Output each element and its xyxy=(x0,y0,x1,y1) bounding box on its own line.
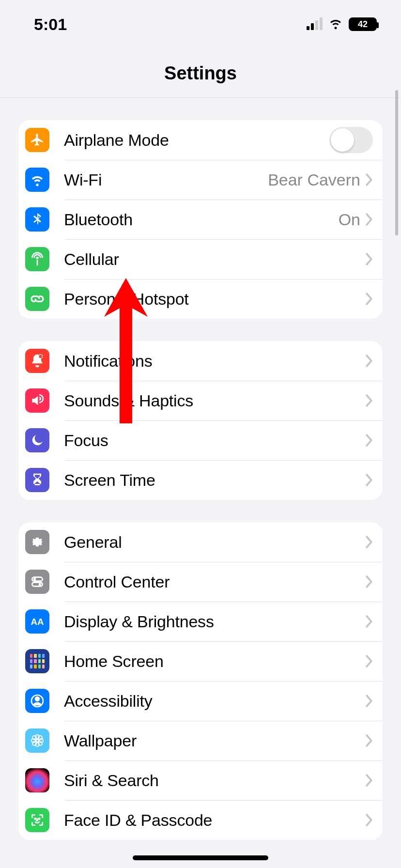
speaker-icon xyxy=(25,388,49,413)
settings-row-general[interactable]: General xyxy=(18,522,383,562)
settings-row-homescreen[interactable]: Home Screen xyxy=(18,641,383,681)
settings-row-screentime[interactable]: Screen Time xyxy=(18,460,383,500)
status-bar: 5:01 42 xyxy=(0,0,401,48)
chevron-right-icon xyxy=(365,213,373,226)
chevron-right-icon xyxy=(365,654,373,668)
chevron-right-icon xyxy=(365,694,373,708)
wifi-status-icon xyxy=(328,16,343,33)
row-label: Airplane Mode xyxy=(64,131,329,150)
svg-point-18 xyxy=(39,818,40,820)
settings-row-bluetooth[interactable]: BluetoothOn xyxy=(18,200,383,239)
status-time: 5:01 xyxy=(34,15,67,34)
person-icon xyxy=(25,689,49,713)
moon-icon xyxy=(25,428,49,452)
row-label: Bluetooth xyxy=(64,210,339,229)
svg-point-0 xyxy=(39,355,43,358)
settings-row-faceid[interactable]: Face ID & Passcode xyxy=(18,800,383,840)
settings-row-hotspot[interactable]: Personal Hotspot xyxy=(18,279,383,319)
row-value: Bear Cavern xyxy=(268,170,360,189)
settings-row-notifications[interactable]: Notifications xyxy=(18,341,383,381)
battery-indicator: 42 xyxy=(349,17,377,31)
settings-group: NotificationsSounds & HapticsFocusScreen… xyxy=(18,341,383,500)
settings-group: Airplane ModeWi-FiBear CavernBluetoothOn… xyxy=(18,120,383,319)
settings-row-siri[interactable]: Siri & Search xyxy=(18,760,383,800)
wifi-icon xyxy=(25,168,49,192)
settings-group: GeneralControl CenterAADisplay & Brightn… xyxy=(18,522,383,840)
siri-icon xyxy=(25,768,49,792)
settings-row-controlcenter[interactable]: Control Center xyxy=(18,562,383,602)
row-label: Face ID & Passcode xyxy=(64,811,365,830)
row-label: Display & Brightness xyxy=(64,612,365,631)
row-label: General xyxy=(64,533,365,552)
settings-list[interactable]: Airplane ModeWi-FiBear CavernBluetoothOn… xyxy=(0,120,401,840)
row-label: Focus xyxy=(64,431,365,450)
row-label: Accessibility xyxy=(64,692,365,711)
chevron-right-icon xyxy=(365,615,373,628)
row-label: Notifications xyxy=(64,352,365,371)
chevron-right-icon xyxy=(365,774,373,787)
settings-row-wifi[interactable]: Wi-FiBear Cavern xyxy=(18,160,383,200)
row-label: Wi-Fi xyxy=(64,170,268,189)
faceid-icon xyxy=(25,808,49,832)
chevron-right-icon xyxy=(365,734,373,747)
svg-point-2 xyxy=(33,578,36,580)
settings-row-focus[interactable]: Focus xyxy=(18,420,383,460)
chevron-right-icon xyxy=(365,252,373,266)
bluetooth-icon xyxy=(25,207,49,232)
row-label: Siri & Search xyxy=(64,771,365,790)
homegrid-icon xyxy=(25,649,49,673)
chevron-right-icon xyxy=(365,434,373,447)
chevron-right-icon xyxy=(365,535,373,549)
row-label: Sounds & Haptics xyxy=(64,391,365,410)
row-label: Control Center xyxy=(64,573,365,591)
row-label: Wallpaper xyxy=(64,731,365,750)
svg-point-8 xyxy=(36,739,38,742)
settings-row-accessibility[interactable]: Accessibility xyxy=(18,681,383,721)
svg-point-4 xyxy=(39,583,41,586)
scrollbar[interactable] xyxy=(395,90,398,235)
gear-icon xyxy=(25,530,49,554)
row-label: Home Screen xyxy=(64,652,365,671)
chevron-right-icon xyxy=(365,575,373,589)
cellular-signal-icon xyxy=(307,18,323,30)
settings-row-wallpaper[interactable]: Wallpaper xyxy=(18,721,383,760)
chevron-right-icon xyxy=(365,813,373,827)
row-label: Personal Hotspot xyxy=(64,290,365,309)
settings-row-sounds[interactable]: Sounds & Haptics xyxy=(18,381,383,420)
aa-icon: AA xyxy=(25,609,49,634)
hourglass-icon xyxy=(25,468,49,492)
settings-row-airplane[interactable]: Airplane Mode xyxy=(18,120,383,160)
page-title: Settings xyxy=(0,48,401,98)
link-icon xyxy=(25,287,49,311)
airplane-icon xyxy=(25,128,49,152)
chevron-right-icon xyxy=(365,173,373,186)
toggle-airplane[interactable] xyxy=(329,127,373,153)
row-label: Cellular xyxy=(64,250,365,269)
svg-point-17 xyxy=(35,818,36,820)
svg-text:AA: AA xyxy=(31,617,44,627)
chevron-right-icon xyxy=(365,473,373,487)
settings-row-cellular[interactable]: Cellular xyxy=(18,239,383,279)
row-value: On xyxy=(339,210,360,229)
svg-point-7 xyxy=(35,697,39,701)
switches-icon xyxy=(25,570,49,594)
chevron-right-icon xyxy=(365,394,373,407)
flower-icon xyxy=(25,728,49,753)
antenna-icon xyxy=(25,247,49,271)
home-indicator xyxy=(133,855,268,860)
bell-icon xyxy=(25,349,49,373)
chevron-right-icon xyxy=(365,292,373,306)
row-label: Screen Time xyxy=(64,471,365,490)
settings-row-display[interactable]: AADisplay & Brightness xyxy=(18,602,383,641)
chevron-right-icon xyxy=(365,354,373,368)
